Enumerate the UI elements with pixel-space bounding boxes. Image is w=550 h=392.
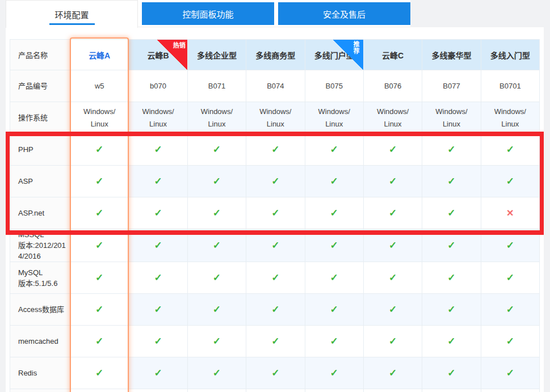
check-icon: ✓ — [330, 336, 338, 347]
product-name: 云峰A — [89, 51, 110, 60]
supported-cell: ✓ — [422, 357, 481, 389]
supported-cell: ✓ — [187, 326, 246, 357]
text-cell: Windows/ Linux — [129, 102, 187, 134]
check-icon: ✓ — [213, 272, 221, 283]
supported-cell: ✓ — [129, 229, 187, 262]
check-icon: ✓ — [213, 304, 221, 315]
supported-cell: ✓ — [422, 229, 481, 262]
check-icon: ✓ — [154, 368, 162, 378]
text-cell: Windows/ Linux — [305, 102, 363, 134]
check-icon: ✓ — [330, 304, 338, 315]
product-name: 多线企业型 — [197, 51, 237, 60]
supported-cell: ✓ — [129, 197, 187, 229]
check-icon: ✓ — [271, 176, 279, 187]
supported-cell: ✓ — [187, 294, 246, 326]
supported-cell: ✓ — [187, 197, 246, 229]
row-label: PHP — [10, 134, 70, 166]
cell-text: Windows/ Linux — [259, 107, 291, 128]
check-icon: ✓ — [271, 336, 279, 347]
supported-cell: ✓ — [187, 134, 246, 166]
check-icon: ✓ — [154, 272, 162, 283]
check-icon: ✓ — [95, 240, 103, 251]
supported-cell: ✓ — [70, 294, 129, 326]
row-label: Access数据库 — [10, 294, 70, 326]
tab-env-config[interactable]: 环境配置 — [6, 0, 138, 28]
supported-cell: ✓ — [129, 326, 187, 357]
supported-cell: ✓ — [305, 326, 363, 357]
product-column-header[interactable]: 多线企业型 — [187, 40, 246, 70]
check-icon: ✓ — [447, 208, 455, 218]
check-icon: ✓ — [95, 304, 103, 315]
supported-cell: ✓ — [305, 197, 363, 229]
product-name: 多线豪华型 — [431, 51, 471, 60]
check-icon: ✓ — [154, 336, 162, 347]
product-column-header[interactable]: 多线入门型 — [481, 40, 539, 70]
check-icon: ✓ — [506, 272, 514, 283]
check-icon: ✓ — [447, 176, 455, 187]
cell-text: Windows/ Linux — [494, 107, 526, 128]
check-icon: ✓ — [271, 368, 279, 378]
supported-cell: ✓ — [363, 326, 422, 357]
tab-security-aftersales[interactable]: 安全及售后 — [278, 2, 410, 25]
text-cell: B0701 — [481, 70, 539, 102]
cross-icon: ✕ — [506, 208, 514, 218]
product-column-header[interactable]: 云峰C — [363, 40, 422, 70]
cell-text: Windows/ Linux — [142, 107, 174, 128]
check-icon: ✓ — [213, 176, 221, 187]
supported-cell: ✓ — [187, 229, 246, 262]
check-icon: ✓ — [447, 304, 455, 315]
check-icon: ✓ — [447, 144, 455, 155]
check-icon: ✓ — [506, 144, 514, 155]
check-icon: ✓ — [271, 240, 279, 251]
text-cell: w5 — [70, 70, 129, 102]
text-cell: Windows/ Linux — [481, 102, 539, 134]
supported-cell: ✓ — [129, 134, 187, 166]
row-label: 操作系统 — [10, 102, 70, 134]
supported-cell: ✓ — [70, 197, 129, 229]
supported-cell: ✓ — [305, 294, 363, 326]
product-name: 云峰B — [148, 51, 169, 60]
product-column-header[interactable]: 云峰A — [70, 40, 129, 70]
check-icon: ✓ — [154, 176, 162, 187]
tab-label: 环境配置 — [54, 9, 89, 20]
check-icon: ✓ — [213, 336, 221, 347]
check-icon: ✓ — [213, 368, 221, 378]
text-cell: B075 — [305, 70, 363, 102]
row-label: ASP — [10, 166, 70, 197]
supported-cell: ✓ — [70, 357, 129, 389]
active-tab-underline — [49, 23, 95, 25]
cell-text: w5 — [95, 82, 104, 90]
supported-cell: ✓ — [481, 134, 539, 166]
table-row: 操作系统Windows/ LinuxWindows/ LinuxWindows/… — [10, 102, 540, 134]
check-icon: ✓ — [154, 208, 162, 218]
product-column-header[interactable]: 多线门户型推荐 — [305, 40, 363, 70]
supported-cell: ✓ — [246, 294, 305, 326]
supported-cell: ✓ — [70, 134, 129, 166]
check-icon: ✓ — [271, 208, 279, 218]
supported-cell: ✓ — [187, 357, 246, 389]
supported-cell: ✓ — [246, 166, 305, 197]
row-label: ASP.net — [10, 197, 70, 229]
check-icon: ✓ — [95, 176, 103, 187]
supported-cell: ✓ — [481, 294, 539, 326]
cell-text: Windows/ Linux — [201, 107, 233, 128]
supported-cell: ✓ — [305, 262, 363, 294]
product-column-header[interactable]: 云峰B热销 — [129, 40, 187, 70]
check-icon: ✓ — [389, 144, 397, 155]
row-label: 产品编号 — [10, 70, 70, 102]
product-name: 云峰C — [382, 51, 404, 60]
check-icon: ✓ — [271, 272, 279, 283]
text-cell: B074 — [246, 70, 305, 102]
tab-control-panel[interactable]: 控制面板功能 — [142, 2, 274, 25]
supported-cell: ✓ — [305, 357, 363, 389]
product-column-header[interactable]: 多线商务型 — [246, 40, 305, 70]
check-icon: ✓ — [95, 336, 103, 347]
supported-cell: ✓ — [363, 166, 422, 197]
check-icon: ✓ — [506, 336, 514, 347]
check-icon: ✓ — [506, 368, 514, 378]
check-icon: ✓ — [330, 272, 338, 283]
product-column-header[interactable]: 多线豪华型 — [422, 40, 481, 70]
row-label: memcached — [10, 326, 70, 357]
check-icon: ✓ — [447, 240, 455, 251]
corner-header: 产品名称 — [10, 40, 70, 70]
